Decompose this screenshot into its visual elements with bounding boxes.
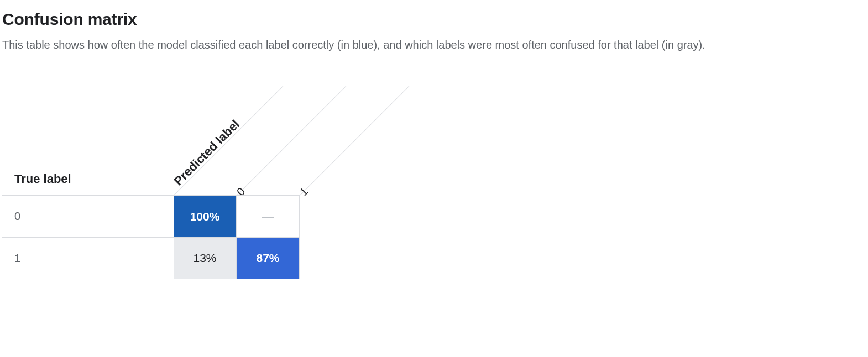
predicted-label-header: Predicted label xyxy=(171,117,243,188)
row-label-0: 0 xyxy=(2,195,174,237)
description: This table shows how often the model cla… xyxy=(2,39,866,51)
cell-1-0: 13% xyxy=(174,237,237,279)
matrix-grid: 0 100% — 1 13% 87% xyxy=(2,195,445,279)
cell-1-1: 87% xyxy=(237,237,300,279)
true-label-header: True label xyxy=(14,172,71,186)
column-header-area: True label Predicted label 0 1 xyxy=(2,85,445,195)
confusion-matrix: True label Predicted label 0 1 0 100% — … xyxy=(2,85,445,279)
page-title: Confusion matrix xyxy=(2,10,866,29)
cell-0-1: — xyxy=(237,195,300,237)
row-label-1: 1 xyxy=(2,237,174,279)
cell-0-0: 100% xyxy=(174,195,237,237)
